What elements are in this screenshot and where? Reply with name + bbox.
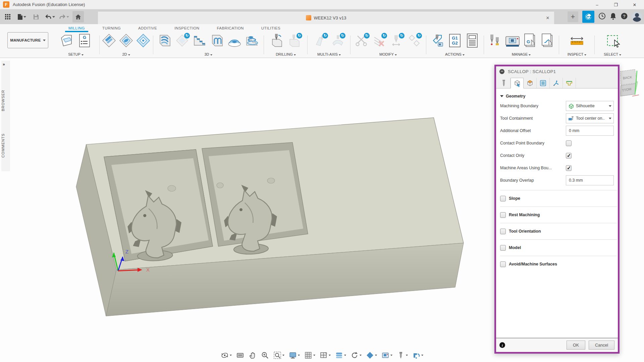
job-status-button[interactable] bbox=[582, 11, 594, 23]
steep-and-shallow-icon[interactable] bbox=[192, 33, 207, 48]
drill-icon[interactable] bbox=[269, 33, 285, 48]
zoom-button[interactable] bbox=[260, 351, 270, 360]
group-label-setup[interactable]: SETUP bbox=[54, 52, 97, 56]
measure-icon[interactable] bbox=[569, 33, 585, 48]
group-label-manage[interactable]: MANAGE bbox=[486, 52, 557, 56]
post-process-icon[interactable]: G1G2 bbox=[447, 33, 463, 48]
flow-icon[interactable]: ↻ bbox=[330, 33, 345, 48]
tab-utilities[interactable]: UTILITIES bbox=[253, 24, 289, 32]
orbit-button[interactable] bbox=[220, 351, 233, 360]
avoid-machine-surfaces-checkbox[interactable] bbox=[500, 261, 506, 267]
contact-point-boundary-checkbox[interactable] bbox=[566, 140, 572, 146]
home-view-button[interactable] bbox=[72, 11, 84, 22]
pattern-icon[interactable]: ↻ bbox=[407, 33, 422, 48]
redo-button[interactable] bbox=[58, 11, 70, 22]
job-history-clock-icon[interactable] bbox=[598, 12, 606, 21]
boundary-overlap-input[interactable] bbox=[566, 175, 614, 185]
additional-offset-input[interactable] bbox=[566, 126, 614, 136]
group-label-inspect[interactable]: INSPECT bbox=[561, 52, 593, 56]
group-label-actions[interactable]: ACTIONS bbox=[428, 52, 482, 56]
contour-2d-icon[interactable] bbox=[136, 33, 151, 48]
toolpath-display-button[interactable] bbox=[334, 351, 347, 360]
spiral-morph-icon[interactable] bbox=[244, 33, 260, 48]
tool-containment-dropdown[interactable]: Tool center on.. bbox=[566, 113, 614, 123]
viewports-button[interactable] bbox=[319, 351, 332, 360]
info-icon[interactable]: i bbox=[499, 342, 505, 348]
viewcube[interactable]: BACK TTOM bbox=[620, 68, 640, 102]
face-milling-icon[interactable] bbox=[101, 33, 116, 48]
swarf-icon[interactable]: ↻ bbox=[313, 33, 328, 48]
file-menu-button[interactable] bbox=[16, 11, 28, 22]
contact-only-checkbox[interactable] bbox=[566, 153, 572, 159]
tool-library-icon[interactable] bbox=[487, 33, 503, 48]
tab-tool[interactable] bbox=[497, 78, 511, 88]
notifications-bell-icon[interactable] bbox=[610, 12, 616, 21]
simulate-icon[interactable] bbox=[430, 33, 445, 48]
fit-button[interactable] bbox=[272, 351, 285, 360]
setup-sheet-icon[interactable] bbox=[465, 33, 480, 48]
viewport-canvas[interactable]: » BROWSER COMMENTS bbox=[0, 58, 644, 362]
undo-button[interactable] bbox=[44, 11, 56, 22]
maximize-button[interactable]: ❐ bbox=[606, 0, 625, 9]
machining-boundary-dropdown[interactable]: Silhouette bbox=[566, 101, 614, 111]
geometry-section-header[interactable]: Geometry bbox=[500, 94, 618, 99]
tab-linking[interactable] bbox=[550, 78, 563, 88]
tab-milling[interactable]: MILLING bbox=[60, 24, 94, 32]
dialog-collapse-icon[interactable]: – bbox=[499, 69, 504, 74]
tool-display-button[interactable] bbox=[396, 351, 409, 360]
tab-inspection[interactable]: INSPECTION bbox=[166, 24, 208, 32]
close-button[interactable]: ✕ bbox=[625, 0, 644, 9]
tab-passes[interactable] bbox=[537, 78, 550, 88]
bore-icon[interactable]: ↻ bbox=[287, 33, 302, 48]
machine-display-button[interactable] bbox=[380, 351, 393, 360]
help-icon[interactable]: ? bbox=[621, 12, 628, 21]
model-checkbox[interactable] bbox=[500, 245, 506, 251]
tool-orientation-checkbox[interactable] bbox=[500, 229, 506, 234]
tab-geometry[interactable] bbox=[511, 78, 524, 88]
save-button[interactable] bbox=[30, 11, 42, 22]
minimize-button[interactable]: – bbox=[588, 0, 606, 9]
post-library-icon[interactable] bbox=[540, 33, 555, 48]
tab-additive[interactable]: ADDITIVE bbox=[129, 24, 166, 32]
group-label-drilling[interactable]: DRILLING bbox=[266, 52, 306, 56]
adaptive-clearing-icon[interactable] bbox=[157, 33, 172, 48]
ok-button[interactable]: OK bbox=[567, 341, 585, 350]
contour-3d-icon[interactable] bbox=[209, 33, 225, 48]
cancel-button[interactable]: Cancel bbox=[589, 341, 614, 350]
regenerate-button[interactable] bbox=[350, 351, 363, 360]
look-at-button[interactable] bbox=[235, 351, 245, 360]
grid-display-button[interactable] bbox=[303, 351, 316, 360]
delete-passes-icon[interactable]: ↻ bbox=[372, 33, 387, 48]
group-label-2d[interactable]: 2D bbox=[101, 52, 151, 56]
tab-transitions[interactable] bbox=[563, 78, 576, 88]
group-label-select[interactable]: SELECT bbox=[596, 52, 629, 56]
document-tab[interactable]: WEEK12 V3 v13 ✕ bbox=[98, 11, 554, 24]
ncprogram-icon[interactable]: G bbox=[77, 33, 92, 48]
machine-library-icon[interactable] bbox=[505, 33, 520, 48]
trim-toolpath-icon[interactable]: ↻ bbox=[354, 33, 370, 48]
machine-areas-checkbox[interactable] bbox=[566, 165, 572, 171]
group-label-modify[interactable]: MODIFY bbox=[352, 52, 424, 56]
display-settings-button[interactable] bbox=[288, 351, 301, 360]
user-avatar[interactable] bbox=[632, 12, 642, 22]
edit-tool-icon[interactable]: ↻ bbox=[389, 33, 405, 48]
probe-display-button[interactable] bbox=[411, 351, 424, 360]
pocket-2d-icon[interactable] bbox=[118, 33, 133, 48]
tab-fabrication[interactable]: FABRICATION bbox=[208, 24, 253, 32]
dialog-header[interactable]: – SCALLOP : SCALLOP1 bbox=[496, 66, 618, 76]
gcode-editor-icon[interactable]: G bbox=[522, 33, 538, 48]
tab-heights[interactable] bbox=[524, 78, 537, 88]
document-tab-close-icon[interactable]: ✕ bbox=[545, 15, 551, 21]
rest-machining-checkbox[interactable] bbox=[500, 212, 506, 218]
slope-checkbox[interactable] bbox=[500, 196, 506, 201]
app-grid-icon[interactable] bbox=[2, 11, 13, 22]
horizontal-icon[interactable] bbox=[227, 33, 242, 48]
pocket-clearing-icon[interactable]: ↻ bbox=[174, 33, 190, 48]
workspace-selector[interactable]: MANUFACTURE bbox=[7, 32, 48, 48]
group-label-3d[interactable]: 3D bbox=[155, 52, 262, 56]
group-label-multiaxis[interactable]: MULTI-AXIS bbox=[309, 52, 349, 56]
new-tab-button[interactable]: + bbox=[568, 11, 578, 22]
tab-turning[interactable]: TURNING bbox=[94, 24, 129, 32]
new-setup-icon[interactable] bbox=[59, 33, 75, 48]
pan-button[interactable] bbox=[248, 351, 258, 360]
